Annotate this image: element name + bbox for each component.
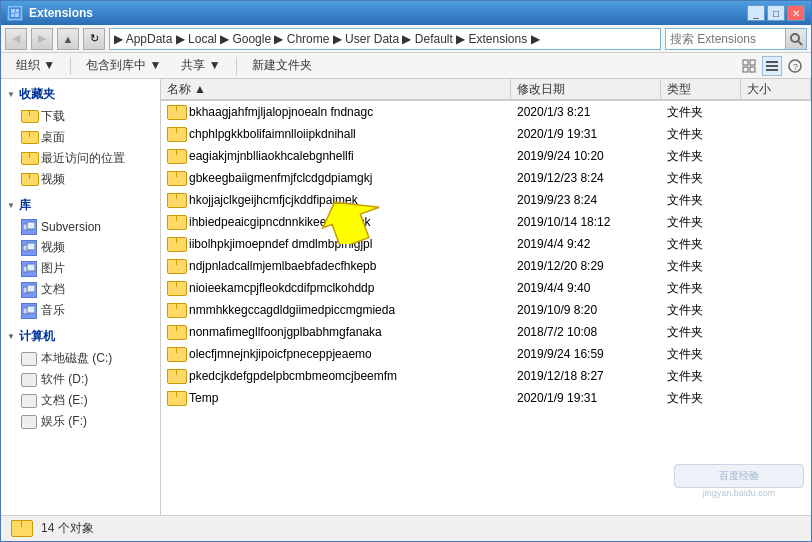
- file-type-cell: 文件夹: [661, 324, 741, 341]
- sidebar-item-music[interactable]: 音乐: [1, 300, 160, 321]
- preview-view-button[interactable]: [739, 56, 759, 76]
- computer-title[interactable]: ▼ 计算机: [1, 325, 160, 348]
- table-row[interactable]: bkhaagjahfmjljalopjnoealn fndnagc 2020/1…: [161, 101, 811, 123]
- organize-button[interactable]: 组织 ▼: [7, 55, 64, 77]
- file-date-cell: 2019/12/23 8:24: [511, 171, 661, 185]
- search-button[interactable]: [785, 28, 807, 50]
- svg-rect-17: [27, 222, 35, 229]
- table-row[interactable]: nioieekamcpjfleokdcdifpmclkohddp 2019/4/…: [161, 277, 811, 299]
- minimize-button[interactable]: _: [747, 5, 765, 21]
- sidebar-item-e-drive[interactable]: 文档 (E:): [1, 390, 160, 411]
- table-row[interactable]: chphlpgkkbolifaimnlloiipkdnihall 2020/1/…: [161, 123, 811, 145]
- file-date-cell: 2019/9/23 8:24: [511, 193, 661, 207]
- sidebar-item-video-lib[interactable]: 视频: [1, 237, 160, 258]
- file-type-cell: 文件夹: [661, 192, 741, 209]
- sidebar-item-desktop[interactable]: 桌面: [1, 127, 160, 148]
- sidebar-item-c-drive[interactable]: 本地磁盘 (C:): [1, 348, 160, 369]
- table-row[interactable]: Temp 2020/1/9 19:31 文件夹: [161, 387, 811, 409]
- toolbar-separator-2: [236, 57, 237, 75]
- folder-icon: [167, 171, 185, 186]
- table-row[interactable]: ndjpnladcallmjemlbaebfadecfhkepb 2019/12…: [161, 255, 811, 277]
- sidebar: ▼ 收藏夹 下载 桌面 最近访问的位置 视频: [1, 79, 161, 515]
- file-date-cell: 2019/4/4 9:40: [511, 281, 661, 295]
- name-sort-icon: ▲: [194, 82, 206, 96]
- folder-icon: [167, 369, 185, 384]
- file-area: 名称 ▲ 修改日期 类型 大小 bkhaagjahfmjljalopjnoeal…: [161, 79, 811, 515]
- pictures-label: 图片: [41, 260, 65, 277]
- svg-rect-4: [15, 13, 19, 17]
- sidebar-item-subversion[interactable]: Subversion: [1, 217, 160, 237]
- library-title[interactable]: ▼ 库: [1, 194, 160, 217]
- refresh-button[interactable]: ↻: [83, 28, 105, 50]
- back-button[interactable]: ◀: [5, 28, 27, 50]
- svg-line-6: [798, 41, 802, 45]
- table-row[interactable]: hkojjajclkgeijhcmfjcjkddfipaimek 2019/9/…: [161, 189, 811, 211]
- sidebar-item-f-drive[interactable]: 娱乐 (F:): [1, 411, 160, 432]
- sidebar-item-pictures[interactable]: 图片: [1, 258, 160, 279]
- table-row[interactable]: gbkeegbaiigmenfmjfclcdgdpiamgkj 2019/12/…: [161, 167, 811, 189]
- date-header-label: 修改日期: [517, 81, 565, 98]
- right-toolbar: ?: [739, 56, 805, 76]
- include-library-button[interactable]: 包含到库中 ▼: [77, 55, 170, 77]
- file-date-cell: 2019/10/9 8:20: [511, 303, 661, 317]
- file-name-cell: pkedcjkdefgpdelpbcmbmeomcjbeemfm: [161, 369, 511, 384]
- table-row[interactable]: eagiakjmjnblliaokhcalebgnhellfi 2019/9/2…: [161, 145, 811, 167]
- file-date-cell: 2019/12/20 8:29: [511, 259, 661, 273]
- share-button[interactable]: 共享 ▼: [172, 55, 229, 77]
- help-button[interactable]: ?: [785, 56, 805, 76]
- status-count: 14 个对象: [41, 520, 94, 537]
- table-row[interactable]: iibolhpkjimoepndef dmdlmbpfhlgjpl 2019/4…: [161, 233, 811, 255]
- address-path[interactable]: ▶ AppData ▶ Local ▶ Google ▶ Chrome ▶ Us…: [109, 28, 661, 50]
- maximize-button[interactable]: □: [767, 5, 785, 21]
- download-folder-icon: [21, 110, 37, 123]
- search-input[interactable]: [665, 28, 785, 50]
- new-folder-button[interactable]: 新建文件夹: [243, 55, 321, 77]
- d-drive-label: 软件 (D:): [41, 371, 88, 388]
- sidebar-item-video-fav[interactable]: 视频: [1, 169, 160, 190]
- file-type-cell: 文件夹: [661, 368, 741, 385]
- computer-section: ▼ 计算机 本地磁盘 (C:) 软件 (D:) 文档 (E:) 娱乐: [1, 325, 160, 432]
- folder-icon: [167, 259, 185, 274]
- sidebar-item-d-drive[interactable]: 软件 (D:): [1, 369, 160, 390]
- type-header-label: 类型: [667, 81, 691, 98]
- sidebar-item-recent[interactable]: 最近访问的位置: [1, 148, 160, 169]
- file-name: nonmafimegllfoonjgplbabhmgfanaka: [189, 325, 382, 339]
- table-row[interactable]: nmmhkkegccagdldgiimedpiccmgmieda 2019/10…: [161, 299, 811, 321]
- sidebar-item-desktop-label: 桌面: [41, 129, 65, 146]
- type-column-header[interactable]: 类型: [661, 79, 741, 99]
- content-wrapper: ▼ 收藏夹 下载 桌面 最近访问的位置 视频: [1, 79, 811, 515]
- name-column-header[interactable]: 名称 ▲: [161, 79, 511, 99]
- close-button[interactable]: ✕: [787, 5, 805, 21]
- file-name: hkojjajclkgeijhcmfjcjkddfipaimek: [189, 193, 358, 207]
- favorites-label: 收藏夹: [19, 86, 55, 103]
- svg-rect-1: [11, 9, 15, 13]
- date-column-header[interactable]: 修改日期: [511, 79, 661, 99]
- up-button[interactable]: ▲: [57, 28, 79, 50]
- forward-button[interactable]: ▶: [31, 28, 53, 50]
- detail-view-button[interactable]: [762, 56, 782, 76]
- table-row[interactable]: nonmafimegllfoonjgplbabhmgfanaka 2018/7/…: [161, 321, 811, 343]
- video-lib-label: 视频: [41, 239, 65, 256]
- table-row[interactable]: pkedcjkdefgpdelpbcmbmeomcjbeemfm 2019/12…: [161, 365, 811, 387]
- sidebar-item-documents[interactable]: 文档: [1, 279, 160, 300]
- library-section: ▼ 库 Subversion: [1, 194, 160, 321]
- file-name-cell: nioieekamcpjfleokdcdifpmclkohddp: [161, 281, 511, 296]
- favorites-title[interactable]: ▼ 收藏夹: [1, 83, 160, 106]
- file-date-cell: 2018/7/2 10:08: [511, 325, 661, 339]
- table-row[interactable]: olecfjmnejnkjipoicfpneceppjeaemo 2019/9/…: [161, 343, 811, 365]
- file-name: pkedcjkdefgpdelpbcmbmeomcjbeemfm: [189, 369, 397, 383]
- file-name-cell: chphlpgkkbolifaimnlloiipkdnihall: [161, 127, 511, 142]
- table-row[interactable]: ihbiedpeaicgipncdnnkikeehnjiddck 2019/10…: [161, 211, 811, 233]
- file-name-cell: bkhaagjahfmjljalopjnoealn fndnagc: [161, 105, 511, 120]
- file-type-cell: 文件夹: [661, 302, 741, 319]
- file-name: nioieekamcpjfleokdcdifpmclkohddp: [189, 281, 374, 295]
- file-name-cell: iibolhpkjimoepndef dmdlmbpfhlgjpl: [161, 237, 511, 252]
- size-column-header[interactable]: 大小: [741, 79, 811, 99]
- window: Extensions _ □ ✕ ◀ ▶ ▲ ↻ ▶ AppData ▶ Loc…: [0, 0, 812, 542]
- sidebar-item-recent-label: 最近访问的位置: [41, 150, 125, 167]
- toolbar: 组织 ▼ 包含到库中 ▼ 共享 ▼ 新建文件夹: [1, 53, 811, 79]
- file-name-cell: gbkeegbaiigmenfmjfclcdgdpiamgkj: [161, 171, 511, 186]
- file-name: iibolhpkjimoepndef dmdlmbpfhlgjpl: [189, 237, 372, 251]
- file-type-cell: 文件夹: [661, 126, 741, 143]
- sidebar-item-download[interactable]: 下载: [1, 106, 160, 127]
